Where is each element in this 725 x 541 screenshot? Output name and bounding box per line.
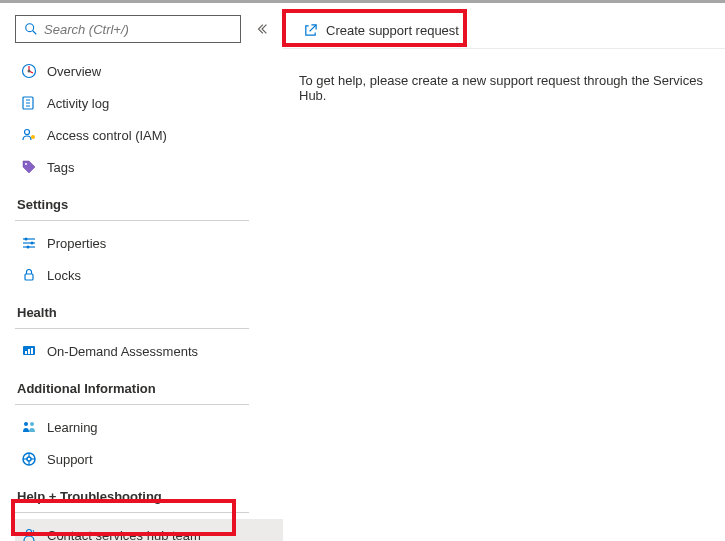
toolbar: Create support request [283, 13, 725, 49]
sidebar-item-contact-services-hub[interactable]: Contact services hub team [15, 519, 283, 541]
search-box[interactable] [15, 15, 241, 43]
svg-point-10 [25, 163, 27, 165]
assessments-icon [21, 343, 37, 359]
section-divider [15, 328, 249, 329]
sidebar-item-properties[interactable]: Properties [15, 227, 283, 259]
sidebar-item-label: Support [47, 452, 93, 467]
external-link-icon [303, 23, 318, 38]
help-body-text: To get help, please create a new support… [283, 49, 725, 127]
search-row [15, 15, 283, 43]
sidebar-item-learning[interactable]: Learning [15, 411, 283, 443]
overview-icon [21, 63, 37, 79]
sidebar-item-on-demand-assessments[interactable]: On-Demand Assessments [15, 335, 283, 367]
contact-team-icon [21, 527, 37, 541]
section-divider [15, 512, 249, 513]
sidebar-item-label: Activity log [47, 96, 109, 111]
svg-point-16 [27, 246, 30, 249]
access-control-icon [21, 127, 37, 143]
support-icon [21, 451, 37, 467]
create-support-request-button[interactable]: Create support request [293, 16, 469, 46]
svg-rect-19 [25, 351, 27, 354]
svg-point-22 [24, 422, 28, 426]
svg-point-3 [28, 70, 31, 73]
svg-rect-20 [28, 349, 30, 354]
sidebar-item-tags[interactable]: Tags [15, 151, 283, 183]
svg-point-25 [27, 457, 31, 461]
sidebar-item-overview[interactable]: Overview [15, 55, 283, 87]
sidebar-item-label: Learning [47, 420, 98, 435]
section-header-help: Help + Troubleshooting [15, 475, 283, 510]
sidebar-item-access-control[interactable]: Access control (IAM) [15, 119, 283, 151]
section-divider [15, 220, 249, 221]
content-pane: Create support request To get help, plea… [283, 3, 725, 541]
svg-point-0 [26, 24, 34, 32]
sidebar: Overview Activity log Access control (IA… [0, 3, 283, 541]
toolbar-button-label: Create support request [326, 23, 459, 38]
sidebar-item-activity-log[interactable]: Activity log [15, 87, 283, 119]
section-divider [15, 404, 249, 405]
svg-point-8 [25, 130, 30, 135]
section-header-additional: Additional Information [15, 367, 283, 402]
search-icon [24, 22, 38, 36]
svg-point-9 [31, 135, 35, 139]
learning-icon [21, 419, 37, 435]
sidebar-item-label: Access control (IAM) [47, 128, 167, 143]
sidebar-item-support[interactable]: Support [15, 443, 283, 475]
collapse-sidebar-button[interactable] [253, 20, 271, 38]
svg-rect-21 [31, 348, 33, 354]
lock-icon [21, 267, 37, 283]
sidebar-item-label: Tags [47, 160, 74, 175]
sidebar-item-locks[interactable]: Locks [15, 259, 283, 291]
section-header-settings: Settings [15, 183, 283, 218]
tags-icon [21, 159, 37, 175]
svg-rect-17 [25, 274, 33, 280]
search-input[interactable] [44, 22, 232, 37]
svg-line-31 [310, 25, 317, 32]
properties-icon [21, 235, 37, 251]
sidebar-item-label: Locks [47, 268, 81, 283]
sidebar-item-label: Contact services hub team [47, 528, 201, 542]
sidebar-item-label: Properties [47, 236, 106, 251]
svg-line-1 [33, 31, 37, 35]
sidebar-item-label: On-Demand Assessments [47, 344, 198, 359]
svg-point-14 [31, 242, 34, 245]
svg-point-12 [25, 238, 28, 241]
section-header-health: Health [15, 291, 283, 326]
main-container: Overview Activity log Access control (IA… [0, 3, 725, 541]
svg-point-23 [30, 422, 34, 426]
activity-log-icon [21, 95, 37, 111]
sidebar-item-label: Overview [47, 64, 101, 79]
svg-point-30 [27, 530, 32, 535]
